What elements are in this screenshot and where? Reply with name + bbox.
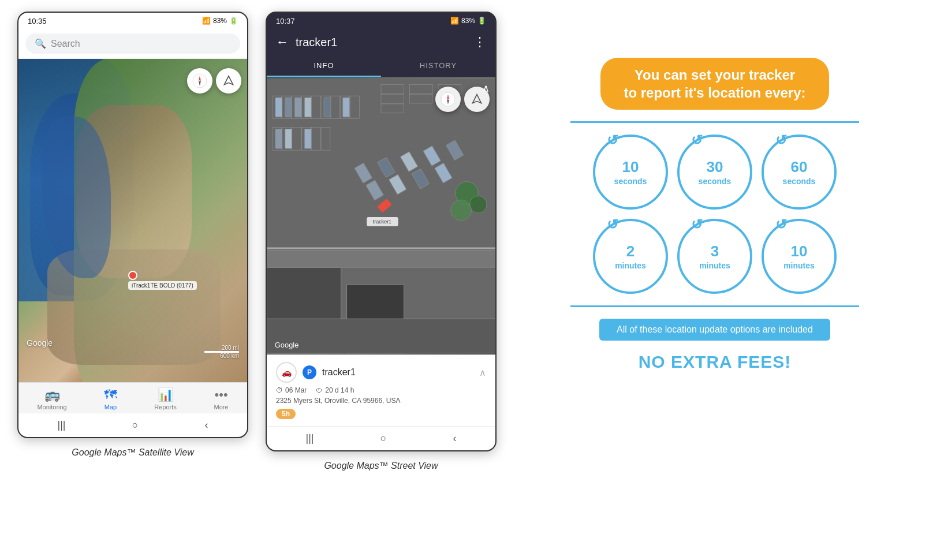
val-60sec: 60 bbox=[791, 158, 808, 176]
svg-rect-31 bbox=[275, 129, 282, 149]
tab-history[interactable]: HISTORY bbox=[381, 55, 495, 77]
svg-rect-36 bbox=[267, 319, 495, 353]
nav-more[interactable]: ••• More bbox=[214, 387, 229, 410]
scroll-hint: ∧ bbox=[482, 82, 490, 95]
svg-text:tracker1: tracker1 bbox=[373, 219, 391, 225]
google-watermark1: Google bbox=[27, 338, 53, 348]
compass-button2[interactable] bbox=[435, 87, 461, 112]
phone1-nav-bar: 🚌 Monitoring 🗺 Map 📊 Reports ••• More bbox=[18, 382, 247, 413]
back-btn2[interactable]: ‹ bbox=[453, 432, 456, 445]
svg-rect-38 bbox=[267, 247, 495, 249]
phone1-frame: 10:35 📶 83% 🔋 🔍 Search bbox=[17, 12, 248, 438]
scale-200mi: 200 mi bbox=[204, 345, 239, 351]
tab-info[interactable]: INFO bbox=[267, 55, 381, 77]
phone1-status-right: 📶 83% 🔋 bbox=[202, 17, 238, 25]
navigation-button[interactable] bbox=[216, 68, 241, 94]
phone2-header: ← tracker1 ⋮ bbox=[267, 29, 495, 55]
navigate-icon bbox=[223, 75, 234, 87]
wifi-icon: 📶 bbox=[202, 17, 211, 25]
battery-icon: 🔋 bbox=[229, 17, 238, 25]
scale-600km: 600 km bbox=[204, 353, 239, 359]
tracker-label: iTrack1TE BOLD (0177) bbox=[128, 281, 197, 290]
phone2-tabs: INFO HISTORY bbox=[267, 55, 495, 77]
map-icon: 🗺 bbox=[104, 387, 117, 402]
unit-10sec: seconds bbox=[614, 177, 647, 186]
svg-rect-30 bbox=[343, 98, 350, 117]
svg-rect-32 bbox=[285, 129, 292, 149]
nav-map[interactable]: 🗺 Map bbox=[104, 387, 117, 410]
nav-more-label: More bbox=[214, 404, 229, 410]
info-panel: You can set your trackerto report it's l… bbox=[514, 12, 916, 383]
more-menu-btn[interactable]: ⋮ bbox=[473, 35, 486, 50]
satellite-map[interactable]: iTrack1TE BOLD (0177) Google 200 mi 600 … bbox=[18, 59, 247, 382]
unit-30sec: seconds bbox=[699, 177, 732, 186]
more-icon: ••• bbox=[214, 387, 227, 402]
tracker-meta: ⏱ 06 Mar ⏲ 20 d 14 h bbox=[276, 386, 486, 394]
time-ago-badge: 5h bbox=[276, 409, 296, 419]
parking-lot-svg: tracker1 Google bbox=[267, 77, 495, 354]
circle-60sec: ↺ 60 seconds bbox=[762, 135, 837, 210]
search-bar[interactable]: 🔍 Search bbox=[18, 29, 247, 59]
back-arrow[interactable]: ← bbox=[276, 35, 289, 50]
recent-apps-btn2[interactable]: ||| bbox=[306, 432, 314, 445]
circle-10sec: ↺ 10 seconds bbox=[593, 135, 668, 210]
tab-info-label: INFO bbox=[314, 61, 334, 70]
svg-rect-33 bbox=[304, 129, 311, 149]
svg-point-49 bbox=[469, 196, 487, 213]
compass-button[interactable] bbox=[187, 68, 212, 94]
val-10min: 10 bbox=[791, 242, 808, 260]
val-30sec: 30 bbox=[707, 158, 723, 176]
home-btn[interactable]: ○ bbox=[132, 419, 139, 431]
svg-point-50 bbox=[451, 200, 472, 221]
arrow-60sec: ↺ bbox=[775, 132, 787, 149]
arrow-30sec: ↺ bbox=[691, 132, 703, 149]
duration-meta: ⏲ 20 d 14 h bbox=[316, 386, 354, 394]
monitoring-icon: 🚌 bbox=[44, 387, 60, 402]
time-meta: ⏱ 06 Mar bbox=[276, 386, 307, 394]
phone1-time: 10:35 bbox=[28, 17, 47, 25]
scroll-up-button[interactable]: ∧ bbox=[479, 367, 486, 378]
timer-icon: ⏲ bbox=[316, 386, 323, 394]
circles-grid: ↺ 10 seconds ↺ 30 seconds ↺ 60 seconds ↺… bbox=[593, 135, 837, 294]
back-btn[interactable]: ‹ bbox=[204, 419, 208, 431]
tracker-detail-name: tracker1 bbox=[322, 367, 473, 378]
tab-history-label: HISTORY bbox=[420, 61, 457, 70]
svg-text:Google: Google bbox=[275, 341, 298, 349]
no-extra-fees: NO EXTRA FEES! bbox=[639, 352, 792, 372]
svg-rect-26 bbox=[285, 98, 292, 117]
compass-icon bbox=[192, 73, 207, 88]
nav-reports[interactable]: 📊 Reports bbox=[154, 387, 177, 410]
tracker-avatar: 🚗 bbox=[276, 362, 297, 383]
phone1-wrapper: 10:35 📶 83% 🔋 🔍 Search bbox=[17, 12, 248, 458]
recent-apps-btn[interactable]: ||| bbox=[58, 419, 66, 431]
battery-level2: 83% bbox=[461, 17, 475, 25]
info-title-banner: You can set your trackerto report it's l… bbox=[600, 58, 828, 110]
tracker-marker[interactable]: iTrack1TE BOLD (0177) bbox=[128, 271, 197, 290]
svg-rect-29 bbox=[324, 98, 331, 117]
info-title: You can set your trackerto report it's l… bbox=[624, 66, 805, 102]
unit-2min: minutes bbox=[615, 261, 646, 271]
search-input[interactable]: 🔍 Search bbox=[25, 33, 240, 54]
phone2-frame: 10:37 📶 83% 🔋 ← tracker1 ⋮ INFO HISTO bbox=[266, 12, 497, 451]
val-2min: 2 bbox=[626, 242, 635, 260]
reports-icon: 📊 bbox=[158, 387, 173, 402]
arrow-10sec: ↺ bbox=[607, 132, 618, 149]
svg-rect-28 bbox=[304, 98, 311, 117]
home-btn2[interactable]: ○ bbox=[380, 432, 387, 445]
nav-monitoring[interactable]: 🚌 Monitoring bbox=[37, 387, 66, 410]
nav-monitoring-label: Monitoring bbox=[37, 404, 66, 410]
phone2-caption: Google Maps™ Street View bbox=[324, 461, 438, 471]
phone2-status-right: 📶 83% 🔋 bbox=[450, 17, 486, 25]
battery-level: 83% bbox=[213, 17, 227, 25]
clock-icon: ⏱ bbox=[276, 386, 283, 394]
circle-30sec: ↺ 30 seconds bbox=[677, 135, 752, 210]
phone1-caption: Google Maps™ Satellite View bbox=[72, 447, 193, 458]
tracker-info-row: 🚗 P tracker1 ∧ bbox=[276, 362, 486, 383]
info-divider-top bbox=[570, 121, 859, 123]
info-divider-bottom bbox=[570, 305, 859, 307]
navigate-icon2 bbox=[471, 94, 483, 105]
circle-2min: ↺ 2 minutes bbox=[593, 219, 668, 294]
battery-icon2: 🔋 bbox=[477, 17, 486, 25]
val-3min: 3 bbox=[711, 242, 719, 260]
aerial-map[interactable]: tracker1 Google bbox=[267, 77, 495, 354]
